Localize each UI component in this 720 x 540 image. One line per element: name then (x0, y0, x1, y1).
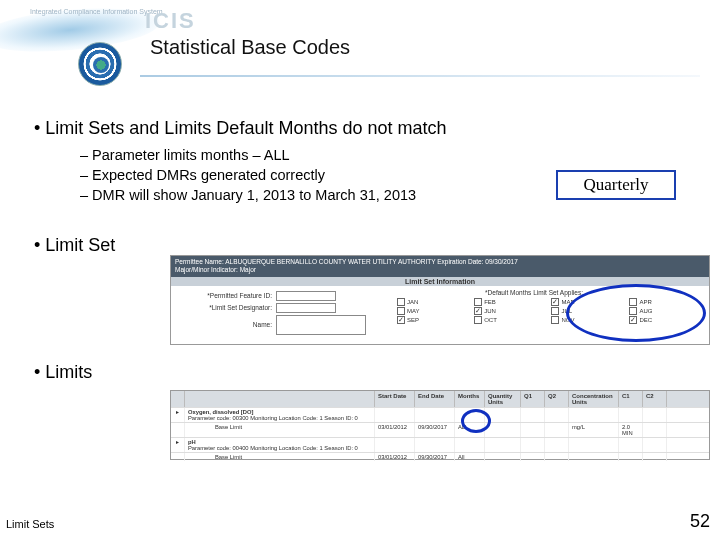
col-c2: C2 (643, 391, 667, 407)
slide-header: Integrated Compliance Information System… (0, 0, 720, 90)
limits-table-header: Start Date End Date Months Quantity Unit… (171, 391, 709, 407)
col-enddate: End Date (415, 391, 455, 407)
expand-icon[interactable]: ▸ (171, 438, 185, 452)
table-row: ▸Oxygen, dissolved [DO]Parameter code: 0… (171, 407, 709, 422)
month-checkbox-jan[interactable]: JAN (397, 298, 470, 306)
permittee-line: Permittee Name: ALBUQUERQUE BERNALILLO C… (175, 258, 518, 265)
epa-seal-icon (78, 42, 122, 86)
month-checkbox-sep[interactable]: ✓SEP (397, 316, 470, 324)
limit-set-screenshot: Permittee Name: ALBUQUERQUE BERNALILLO C… (170, 255, 710, 345)
months-highlight-ring (566, 284, 706, 342)
table-row: ▸pHParameter code: 00400 Monitoring Loca… (171, 437, 709, 452)
field-label-lsd: *Limit Set Designator: (177, 304, 272, 311)
col-q2: Q2 (545, 391, 569, 407)
limit-set-header-bar: Permittee Name: ALBUQUERQUE BERNALILLO C… (171, 256, 709, 277)
col-c1: C1 (619, 391, 643, 407)
field-label-permfeat: *Permitted Feature ID: (177, 292, 272, 299)
page-number: 52 (690, 511, 710, 532)
month-checkbox-oct[interactable]: OCT (474, 316, 547, 324)
col-conc-units: Concentration Units (569, 391, 619, 407)
col-q1: Q1 (521, 391, 545, 407)
system-abbrev: ICIS (145, 8, 196, 34)
table-row: Base Limit03/01/201209/30/2017ALLmg/L2.0… (171, 422, 709, 437)
col-quantity-units: Quantity Units (485, 391, 521, 407)
month-checkbox-feb[interactable]: FEB (474, 298, 547, 306)
header-divider (140, 75, 700, 77)
bullet-sub-1: Parameter limits months – ALL (80, 147, 700, 163)
months-cell-highlight-ring (461, 409, 491, 433)
slide-content: Limit Sets and Limits Default Months do … (20, 110, 700, 391)
field-label-name: Name: (177, 321, 272, 328)
expand-icon[interactable]: ▸ (171, 408, 185, 422)
lsd-input[interactable] (276, 303, 336, 313)
month-checkbox-jun[interactable]: ✓JUN (474, 307, 547, 315)
page-title: Statistical Base Codes (150, 36, 350, 59)
system-full-name: Integrated Compliance Information System (30, 8, 163, 15)
table-row: Base Limit03/01/201209/30/2017All (171, 452, 709, 461)
quarterly-callout: Quarterly (556, 170, 676, 200)
month-checkbox-may[interactable]: MAY (397, 307, 470, 315)
name-input[interactable] (276, 315, 366, 335)
bullet-main-3: Limits (34, 362, 700, 383)
footer-left: Limit Sets (6, 518, 54, 530)
limits-screenshot: Start Date End Date Months Quantity Unit… (170, 390, 710, 460)
col-months: Months (455, 391, 485, 407)
bullet-main-2: Limit Set (34, 235, 700, 256)
permfeat-input[interactable] (276, 291, 336, 301)
major-minor-line: Major/Minor Indicator: Major (175, 266, 256, 273)
col-startdate: Start Date (375, 391, 415, 407)
bullet-main-1: Limit Sets and Limits Default Months do … (34, 118, 700, 139)
